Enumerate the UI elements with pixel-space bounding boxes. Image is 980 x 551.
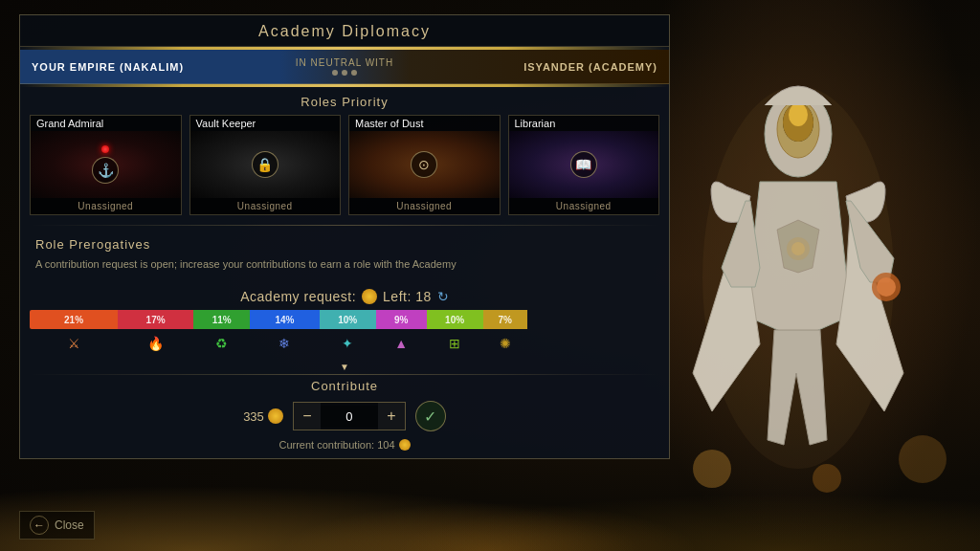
current-contribution-label: Current contribution: 104 [278, 439, 394, 451]
status-dots [296, 70, 393, 76]
svg-point-12 [899, 435, 947, 483]
character-figure [635, 10, 961, 536]
dialog-panel: Academy Diplomacy YOUR EMPIRE (NAKALIM) … [19, 14, 670, 459]
role-title-master-of-dust: Master of Dust [349, 116, 500, 131]
role-status-vault-keeper: Unassigned [190, 198, 341, 214]
role-title-vault-keeper: Vault Keeper [190, 116, 341, 131]
bar-4: 10% [320, 310, 376, 329]
character-area [616, 0, 980, 551]
resource-icons-row: ⚔ 🔥 ♻ ❄ ✦ ▲ ⊞ ✺ [30, 333, 659, 354]
bar-6: 10% [427, 310, 483, 329]
role-image-grand-admiral: ⚓ [31, 131, 181, 198]
currency-display: 335 [243, 408, 283, 424]
resource-icon-0: ⚔ [30, 333, 118, 354]
role-image-master-of-dust: ⊙ [349, 131, 500, 198]
control-box: − 0 + [293, 402, 406, 430]
contribute-title: Contribute [35, 379, 654, 393]
dialog-title: Academy Diplomacy [258, 23, 431, 39]
resource-icon-5: ▲ [376, 333, 427, 354]
role-card-master-of-dust[interactable]: Master of Dust ⊙ Unassigned [348, 115, 501, 215]
svg-point-11 [813, 464, 841, 493]
decrement-button[interactable]: − [294, 403, 321, 430]
role-status-librarian: Unassigned [509, 198, 659, 214]
bar-3: 14% [250, 310, 319, 329]
svg-point-7 [877, 277, 896, 297]
status-dot-3 [351, 70, 357, 76]
resource-icon-1: 🔥 [118, 333, 193, 354]
close-icon: ← [30, 516, 49, 535]
prerogatives-title: Role Prerogatives [35, 233, 654, 253]
increment-button[interactable]: + [378, 403, 405, 430]
prerogatives-description: A contribution request is open; increase… [35, 257, 654, 272]
dust-icon [362, 289, 377, 304]
resource-icon-6: ⊞ [427, 333, 483, 354]
role-status-master-of-dust: Unassigned [349, 198, 500, 214]
currency-amount: 335 [243, 409, 264, 424]
status-dot-1 [332, 70, 338, 76]
svg-point-9 [791, 242, 805, 255]
status-dot-2 [342, 70, 347, 76]
role-card-librarian[interactable]: Librarian 📖 Unassigned [508, 115, 660, 215]
role-title-grand-admiral: Grand Admiral [31, 116, 181, 131]
empire-header: YOUR EMPIRE (NAKALIM) IN NEUTRAL WITH IS… [20, 50, 669, 84]
confirm-icon: ✓ [424, 408, 436, 426]
progress-bars: 21% 17% 11% 14% 10% 9% 10% 7% [30, 310, 659, 329]
title-bar: Academy Diplomacy [20, 15, 669, 47]
role-card-vault-keeper[interactable]: Vault Keeper 🔒 Unassigned [189, 115, 342, 215]
bar-5: 9% [376, 310, 427, 329]
currency-dust-icon [268, 408, 283, 424]
contribute-section: Contribute 335 − 0 + ✓ Current contribut… [20, 375, 669, 458]
role-icon-grand-admiral: ⚓ [92, 157, 119, 184]
svg-point-5 [789, 103, 808, 126]
role-icon-master-of-dust: ⊙ [411, 151, 437, 178]
close-label: Close [55, 518, 84, 532]
resource-icon-4: ✦ [320, 333, 376, 354]
empire-right-label: ISYANDER (ACADEMY) [393, 61, 657, 73]
role-image-librarian: 📖 [509, 131, 659, 198]
roles-grid: Grand Admiral ⚓ Unassigned Vault Keeper … [20, 115, 669, 225]
role-status-grand-admiral: Unassigned [31, 198, 181, 214]
resource-icon-7: ✺ [483, 333, 527, 354]
role-icon-vault-keeper: 🔒 [252, 151, 278, 178]
academy-request-row: Academy request: Left: 18 ↻ [20, 279, 669, 310]
roles-section-title: Roles Priority [20, 87, 669, 115]
bar-0: 21% [30, 310, 118, 329]
role-card-grand-admiral[interactable]: Grand Admiral ⚓ Unassigned [30, 115, 182, 215]
neutral-status: IN NEUTRAL WITH [296, 57, 393, 68]
resource-icon-2: ♻ [193, 333, 250, 354]
roles-section: Roles Priority Grand Admiral ⚓ Unassigne… [20, 87, 669, 225]
role-title-librarian: Librarian [509, 116, 659, 131]
close-button[interactable]: ← Close [19, 511, 95, 540]
prerogatives-section: Role Prerogatives A contribution request… [20, 226, 669, 279]
refresh-icon[interactable]: ↻ [437, 289, 449, 304]
confirm-button[interactable]: ✓ [415, 401, 446, 431]
svg-point-10 [693, 450, 731, 488]
role-icon-librarian: 📖 [570, 151, 597, 178]
role-image-vault-keeper: 🔒 [190, 131, 341, 198]
arrow-indicator: ▼ [20, 362, 669, 372]
academy-request-label: Academy request: [240, 289, 356, 304]
current-contribution: Current contribution: 104 [35, 439, 654, 451]
academy-request-left: Left: 18 [383, 289, 432, 304]
bar-1: 17% [118, 310, 193, 329]
empire-left-label: YOUR EMPIRE (NAKALIM) [32, 61, 296, 73]
bar-2: 11% [193, 310, 250, 329]
bar-7: 7% [483, 310, 527, 329]
contribute-controls: 335 − 0 + ✓ [35, 401, 654, 431]
current-contribution-icon [399, 439, 411, 451]
resource-icon-3: ❄ [250, 333, 319, 354]
eye-decoration [101, 145, 109, 153]
contribute-value: 0 [321, 406, 378, 428]
